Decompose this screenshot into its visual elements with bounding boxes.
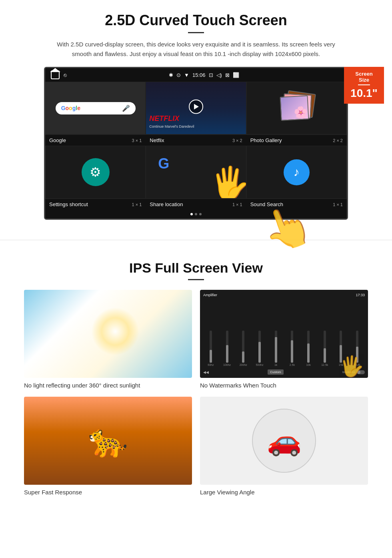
badge-divider [358, 84, 370, 85]
car-image: 🚗 [200, 397, 368, 485]
settings-app-size: 1 × 1 [132, 202, 142, 207]
status-center: ✱ ⊙ ▼ 15:06 ⊡ ◁) ⊠ ⬜ [169, 72, 239, 78]
sound-search-app-cell[interactable]: ♪ [246, 146, 347, 199]
device-wrapper: ⎋ ✱ ⊙ ▼ 15:06 ⊡ ◁) ⊠ ⬜ [44, 67, 348, 220]
section-ips-fullscreen: IPS Full Screen View No light reflecting… [0, 252, 392, 508]
location-icon: ⊙ [176, 72, 181, 78]
dot-2 [195, 213, 197, 215]
amp-hand-icon: 🖐 [339, 355, 364, 378]
google-logo: Google [61, 105, 80, 111]
settings-icon-wrap: ⚙ [82, 158, 110, 186]
car-top-view-icon: 🚗 [267, 424, 302, 457]
google-label: Google 3 × 1 [45, 134, 146, 146]
share-cell-inner: G 🖐 [146, 146, 246, 198]
no-light-image [24, 290, 192, 378]
google-search-bar[interactable]: Google 🎤 [56, 102, 136, 114]
netflix-app-name: Netflix [150, 137, 164, 143]
photo-stack: 🌸 [278, 92, 314, 124]
feature-viewing-angle: 🚗 Large Viewing Angle [200, 397, 368, 496]
google-cell-inner: Google 🎤 [46, 82, 145, 134]
section-divider [0, 240, 392, 240]
photo-gallery-app-cell[interactable]: 🌸 [246, 82, 347, 134]
usb-icon: ⎋ [64, 72, 67, 78]
share-location-label: Share location 1 × 1 [146, 199, 246, 210]
page-dots [45, 210, 347, 219]
amp-title: Amplifier [203, 293, 217, 297]
device-screen: ⎋ ✱ ⊙ ▼ 15:06 ⊡ ◁) ⊠ ⬜ [44, 67, 348, 220]
section1-title: 2.5D Curved Touch Screen [24, 12, 368, 29]
google-g-logo: G [158, 154, 169, 172]
no-light-label: No light reflecting under 360° direct su… [24, 382, 192, 389]
section2-title: IPS Full Screen View [24, 260, 368, 276]
netflix-play-button[interactable] [189, 99, 203, 114]
badge-size: 10.1" [350, 87, 378, 100]
fast-response-label: Super Fast Response [24, 489, 192, 496]
amp-bar-6: 2.5k [285, 331, 300, 366]
settings-app-name: Settings shortcut [49, 201, 88, 207]
cheetah-image: 🐆 [24, 397, 192, 485]
amp-bar-7: 10k [301, 331, 316, 366]
amp-bar-8: 12.5k [317, 331, 332, 366]
gear-icon: ⚙ [90, 165, 101, 180]
google-app-cell[interactable]: Google 🎤 [45, 82, 146, 134]
dot-3 [199, 213, 202, 215]
status-left: ⎋ [51, 70, 67, 79]
window-icon: ⬜ [233, 72, 239, 78]
sound-cell-inner: ♪ [247, 146, 346, 198]
status-bar: ⎋ ✱ ⊙ ▼ 15:06 ⊡ ◁) ⊠ ⬜ [45, 68, 347, 82]
app-label-row1: Google 3 × 1 Netflix 3 × 2 Photo Gallery… [45, 134, 347, 146]
bluetooth-icon: ✱ [169, 72, 173, 78]
car-circle: 🚗 [252, 409, 316, 473]
amp-bar-4: 500hz [252, 331, 267, 366]
feature-no-light: No light reflecting under 360° direct su… [24, 290, 192, 389]
amp-bar-2: 100hz [220, 331, 235, 366]
music-note-icon: ♪ [294, 165, 300, 179]
amp-bar-3: 200hz [236, 331, 251, 366]
flower-icon: 🌸 [294, 105, 308, 119]
screen-size-badge: Screen Size 10.1" [344, 67, 384, 104]
amp-custom-button[interactable]: Custom [268, 369, 284, 375]
netflix-subtitle: Continue Marvel's Daredevil [149, 124, 194, 128]
share-location-app-name: Share location [150, 201, 183, 207]
netflix-logo: NETFLIX [149, 114, 179, 123]
settings-app-cell[interactable]: ⚙ [45, 146, 146, 199]
photo-gallery-label: Photo Gallery 2 × 2 [246, 134, 347, 146]
settings-cell-inner: ⚙ [46, 146, 145, 198]
pointing-hand-icon: 🖐 [210, 165, 246, 198]
cheetah-visualization: 🐆 [24, 397, 192, 485]
section2-title-divider [188, 279, 204, 280]
features-grid: No light reflecting under 360° direct su… [24, 290, 368, 496]
feature-fast-response: 🐆 Super Fast Response [24, 397, 192, 496]
netflix-cell-inner: NETFLIX Continue Marvel's Daredevil [146, 82, 246, 134]
dot-1 [190, 213, 193, 215]
amp-time: 17:33 [356, 293, 365, 297]
cheetah-icon: 🐆 [88, 422, 128, 460]
feature-no-watermarks: Amplifier 17:33 60hz 100hz [200, 290, 368, 389]
screen-icon: ⊠ [225, 72, 230, 78]
volume-icon: ◁) [216, 72, 222, 78]
google-app-name: Google [49, 137, 66, 143]
app-label-row2: Settings shortcut 1 × 1 Share location 1… [45, 199, 347, 210]
mic-icon[interactable]: 🎤 [122, 104, 130, 112]
share-location-app-cell[interactable]: G 🖐 [146, 146, 246, 199]
app-grid-row2: ⚙ G 🖐 [45, 146, 347, 199]
google-app-size: 3 × 1 [132, 138, 142, 143]
car-visualization: 🚗 [200, 397, 368, 485]
sound-icon-wrap: ♪ [284, 159, 310, 185]
section-curved-touch: 2.5D Curved Touch Screen With 2.5D curve… [0, 0, 392, 228]
viewing-angle-label: Large Viewing Angle [200, 489, 368, 496]
camera-icon: ⊡ [209, 72, 213, 78]
device-container: ⎋ ✱ ⊙ ▼ 15:06 ⊡ ◁) ⊠ ⬜ [24, 67, 368, 220]
badge-label: Screen Size [350, 71, 378, 83]
section1-description: With 2.5D curved-display screen, this de… [56, 40, 336, 59]
time-display: 15:06 [192, 72, 206, 78]
netflix-app-cell[interactable]: NETFLIX Continue Marvel's Daredevil [146, 82, 246, 134]
app-grid-row1: Google 🎤 NETFLIX Continue Marvel' [45, 82, 347, 134]
home-icon[interactable] [51, 70, 60, 79]
sound-search-app-name: Sound Search [250, 201, 283, 207]
netflix-label: Netflix 3 × 2 [146, 134, 246, 146]
amplifier-image: Amplifier 17:33 60hz 100hz [200, 290, 368, 378]
photo-cell-inner: 🌸 [247, 82, 346, 134]
share-location-app-size: 1 × 1 [232, 202, 242, 207]
amp-bar-5: 1k [268, 331, 284, 366]
